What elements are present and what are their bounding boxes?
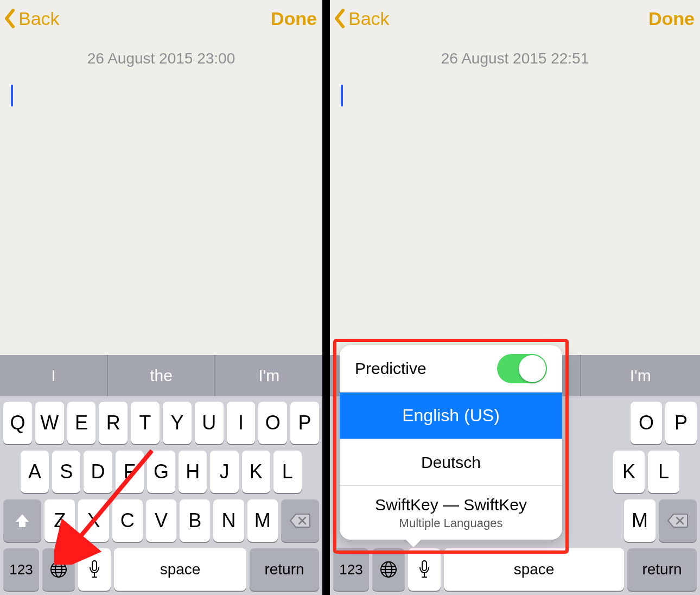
shift-icon bbox=[14, 512, 31, 529]
key-o[interactable]: O bbox=[631, 402, 662, 444]
key-p[interactable]: P bbox=[290, 402, 319, 444]
svg-rect-2 bbox=[92, 561, 97, 571]
backspace-key[interactable] bbox=[659, 499, 697, 542]
split-divider bbox=[322, 0, 330, 595]
space-key[interactable]: space bbox=[114, 548, 246, 591]
nav-bar: Back Done bbox=[0, 0, 322, 37]
backspace-icon bbox=[289, 513, 311, 528]
swiftkey-subtitle: Multiple Languages bbox=[399, 516, 503, 530]
prediction-bar: I the I'm bbox=[0, 355, 322, 396]
key-t[interactable]: T bbox=[131, 402, 160, 444]
key-w[interactable]: W bbox=[35, 402, 64, 444]
text-cursor bbox=[11, 85, 13, 106]
key-row-4: 123 space bbox=[333, 548, 697, 591]
key-i[interactable]: I bbox=[227, 402, 256, 444]
key-l[interactable]: L bbox=[648, 451, 679, 493]
keyboard-switcher-popup: Predictive English (US) Deutsch SwiftKey… bbox=[340, 345, 562, 540]
dictation-key[interactable] bbox=[408, 548, 441, 591]
key-row-4: 123 space bbox=[3, 548, 319, 591]
key-d[interactable]: D bbox=[84, 451, 112, 493]
globe-key[interactable] bbox=[372, 548, 405, 591]
key-h[interactable]: H bbox=[179, 451, 207, 493]
predictive-switch[interactable] bbox=[497, 354, 547, 383]
microphone-icon bbox=[418, 560, 431, 579]
key-v[interactable]: V bbox=[146, 499, 176, 542]
popup-tail bbox=[405, 539, 422, 547]
key-b[interactable]: B bbox=[180, 499, 210, 542]
key-u[interactable]: U bbox=[195, 402, 224, 444]
back-button[interactable]: Back bbox=[3, 8, 60, 29]
key-m[interactable]: M bbox=[624, 499, 656, 542]
prediction-3[interactable]: I'm bbox=[581, 355, 700, 396]
language-deutsch[interactable]: Deutsch bbox=[340, 439, 562, 485]
note-timestamp: 26 August 2015 23:00 bbox=[0, 50, 322, 67]
nav-bar: Back Done bbox=[330, 0, 700, 37]
done-button[interactable]: Done bbox=[648, 8, 695, 29]
backspace-icon bbox=[667, 513, 689, 528]
key-r[interactable]: R bbox=[99, 402, 128, 444]
dictation-key[interactable] bbox=[78, 548, 111, 591]
return-key[interactable]: return bbox=[627, 548, 697, 591]
numbers-key[interactable]: 123 bbox=[3, 548, 39, 591]
key-y[interactable]: Y bbox=[163, 402, 192, 444]
key-e[interactable]: E bbox=[67, 402, 96, 444]
key-row-2: A S D F G H J K L bbox=[3, 451, 319, 493]
prediction-3[interactable]: I'm bbox=[215, 355, 322, 396]
note-timestamp: 26 August 2015 22:51 bbox=[330, 50, 700, 67]
predictive-label: Predictive bbox=[355, 359, 427, 378]
backspace-key[interactable] bbox=[281, 499, 319, 542]
key-row-1: Q W E R T Y U I O P bbox=[3, 402, 319, 444]
prediction-2[interactable]: the bbox=[108, 355, 215, 396]
key-n[interactable]: N bbox=[213, 499, 244, 542]
shift-key[interactable] bbox=[3, 499, 41, 542]
keyboard: I the I'm Q W E R T Y U I O P bbox=[0, 355, 322, 595]
chevron-left-icon bbox=[3, 8, 16, 29]
text-cursor bbox=[341, 85, 343, 106]
key-x[interactable]: X bbox=[78, 499, 109, 542]
key-j[interactable]: J bbox=[210, 451, 238, 493]
key-k[interactable]: K bbox=[242, 451, 270, 493]
globe-icon bbox=[49, 560, 68, 579]
chevron-left-icon bbox=[333, 8, 346, 29]
key-m[interactable]: M bbox=[247, 499, 278, 542]
key-g[interactable]: G bbox=[147, 451, 175, 493]
back-label: Back bbox=[348, 8, 390, 29]
svg-rect-6 bbox=[422, 561, 427, 571]
keyboard-swiftkey[interactable]: SwiftKey — SwiftKey Multiple Languages bbox=[340, 485, 562, 540]
back-label: Back bbox=[18, 8, 60, 29]
key-k[interactable]: K bbox=[613, 451, 645, 493]
notes-screen-right: Back Done 26 August 2015 22:51 I'm O P bbox=[330, 0, 700, 595]
language-english[interactable]: English (US) bbox=[340, 392, 562, 439]
key-s[interactable]: S bbox=[52, 451, 80, 493]
microphone-icon bbox=[88, 560, 101, 579]
globe-icon bbox=[379, 560, 398, 579]
globe-key[interactable] bbox=[42, 548, 75, 591]
key-q[interactable]: Q bbox=[3, 402, 32, 444]
key-f[interactable]: F bbox=[116, 451, 144, 493]
key-row-3: Z X C V B N M bbox=[3, 499, 319, 542]
key-p[interactable]: P bbox=[665, 402, 697, 444]
back-button[interactable]: Back bbox=[333, 8, 390, 29]
return-key[interactable]: return bbox=[250, 548, 319, 591]
done-button[interactable]: Done bbox=[271, 8, 317, 29]
key-l[interactable]: L bbox=[273, 451, 302, 493]
swiftkey-title: SwiftKey — SwiftKey bbox=[375, 496, 527, 514]
numbers-key[interactable]: 123 bbox=[333, 548, 369, 591]
space-key[interactable]: space bbox=[444, 548, 624, 591]
predictive-toggle-row[interactable]: Predictive bbox=[340, 345, 562, 392]
key-o[interactable]: O bbox=[258, 402, 287, 444]
prediction-1[interactable]: I bbox=[0, 355, 107, 396]
notes-screen-left: Back Done 26 August 2015 23:00 I the I'm… bbox=[0, 0, 322, 595]
key-a[interactable]: A bbox=[21, 451, 49, 493]
key-c[interactable]: C bbox=[112, 499, 143, 542]
key-z[interactable]: Z bbox=[44, 499, 75, 542]
